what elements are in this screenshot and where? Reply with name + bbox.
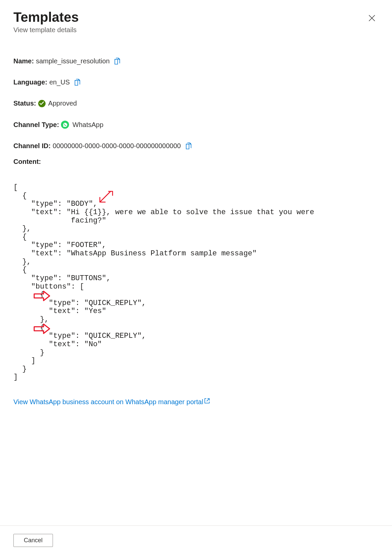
field-status: Status: Approved (13, 100, 379, 107)
close-icon (369, 15, 375, 21)
copy-channel-id-button[interactable] (185, 142, 192, 150)
language-value: en_US (49, 78, 70, 86)
field-name: Name: sample_issue_resolution (13, 57, 379, 65)
copy-name-button[interactable] (114, 58, 121, 65)
check-circle-icon (38, 100, 46, 107)
copy-language-button[interactable] (74, 79, 81, 86)
channel-type-label: Channel Type: (13, 121, 59, 129)
field-channel-type: Channel Type: WhatsApp (13, 121, 379, 129)
language-label: Language: (13, 78, 47, 86)
channel-id-value: 00000000-0000-0000-0000-000000000000 (53, 142, 181, 150)
name-label: Name: (13, 57, 34, 65)
page-title: Templates (13, 9, 79, 25)
panel-footer: Cancel (0, 525, 392, 557)
status-label: Status: (13, 100, 36, 107)
whatsapp-icon (61, 121, 69, 129)
fields-section: Name: sample_issue_resolution Language: … (13, 57, 379, 406)
external-link-row: View WhatsApp business account on WhatsA… (13, 398, 379, 406)
copy-icon (114, 58, 121, 65)
whatsapp-manager-link[interactable]: View WhatsApp business account on WhatsA… (13, 398, 210, 406)
status-value: Approved (48, 100, 77, 107)
channel-type-value: WhatsApp (72, 121, 103, 129)
channel-id-label: Channel ID: (13, 142, 51, 150)
field-channel-id: Channel ID: 00000000-0000-0000-0000-0000… (13, 142, 379, 150)
cancel-button[interactable]: Cancel (13, 534, 53, 547)
copy-icon (74, 79, 81, 86)
page-subtitle: View template details (13, 26, 79, 34)
content-label: Content: (13, 158, 379, 166)
link-text: View WhatsApp business account on WhatsA… (13, 398, 203, 406)
content-code: [ { "type": "BODY", "text": "Hi {{1}}, w… (13, 184, 379, 382)
name-value: sample_issue_resolution (36, 57, 110, 65)
panel-header: Templates View template details (13, 9, 379, 34)
close-button[interactable] (365, 11, 379, 25)
copy-icon (185, 142, 192, 150)
open-external-icon (204, 398, 210, 404)
field-language: Language: en_US (13, 78, 379, 86)
